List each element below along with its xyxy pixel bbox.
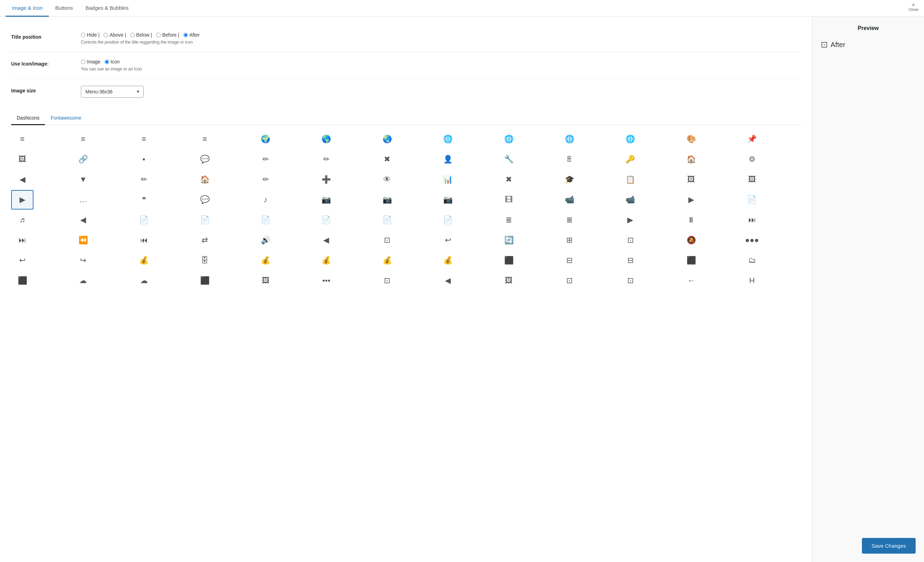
icon-cell[interactable]: 🌎 [315,129,338,149]
icon-cell[interactable]: ← [680,271,702,291]
icon-cell[interactable]: ⊡ [619,231,642,250]
radio-icon[interactable]: Icon [105,59,120,64]
icon-cell[interactable]: ≡ [133,129,155,149]
icon-cell[interactable]: ⊞ [741,291,763,297]
icon-cell[interactable]: 📊 [437,170,459,189]
icon-cell[interactable]: 🎓 [558,170,580,189]
icon-cell[interactable]: 📷 [376,190,398,210]
radio-above[interactable]: Above | [104,32,126,37]
icon-cell[interactable]: ⊠ [619,291,642,297]
radio-after[interactable]: After [183,32,200,37]
icon-cell[interactable]: ▶ [680,190,702,210]
icon-cell[interactable]: 🔧 [498,150,520,169]
icon-cell[interactable]: 🌍 [255,129,277,149]
icon-cell[interactable]: ⊞ [498,291,520,297]
icon-cell[interactable]: ⊕ [133,291,155,297]
close-button[interactable]: ✕ Close [909,3,918,12]
icon-cell[interactable]: HTML [11,291,33,297]
icon-cell[interactable]: 👁 [376,170,398,189]
icon-cell[interactable]: 🖼 [498,271,520,291]
icon-cell[interactable]: ✏ [255,150,277,169]
icon-cell[interactable]: 🔄 [498,231,520,250]
icon-cell[interactable]: ⬛ [11,271,33,291]
tab-badges-bubbles[interactable]: Badges & Bubbles [79,0,135,17]
icon-cell[interactable]: 📄 [376,210,398,230]
icon-cell[interactable]: 📄 [194,210,216,230]
tab-dashicons[interactable]: Dashicons [11,112,45,125]
icon-cell[interactable]: ❝ [133,190,155,210]
icon-cell[interactable]: 📄 [741,190,763,210]
icon-cell[interactable]: 💰 [437,251,459,270]
icon-cell[interactable]: ⏸ [680,210,702,230]
icon-cell[interactable]: ⊞ [558,231,580,250]
icon-cell[interactable]: 🌐 [619,129,642,149]
tab-buttons[interactable]: Buttons [49,0,79,17]
icon-cell[interactable]: ⊕ [194,291,216,297]
icon-cell[interactable]: ▶ [11,190,33,210]
radio-below[interactable]: Below | [130,32,152,37]
icon-cell[interactable]: [/] [437,291,459,297]
icon-cell[interactable]: 🔊 [255,231,277,250]
icon-cell[interactable]: ⏪ [72,231,94,250]
icon-cell[interactable]: ⊞ [558,291,580,297]
icon-cell[interactable]: … [72,190,94,210]
icon-cell[interactable]: ◀ [437,271,459,291]
icon-cell[interactable]: 💬 [194,190,216,210]
icon-cell[interactable]: ➕ [315,170,338,189]
icon-cell[interactable]: 💰 [255,251,277,270]
icon-cell[interactable]: ⊡ [376,231,398,250]
icon-cell[interactable]: ••• [315,271,338,291]
icon-cell[interactable]: ⊕ [255,291,277,297]
icon-cell[interactable]: ▪ [133,150,155,169]
icon-cell[interactable]: ☁ [133,271,155,291]
icon-cell[interactable]: ◀ [315,231,338,250]
icon-cell[interactable]: ▶ [619,210,642,230]
icon-cell[interactable]: 🌐 [558,129,580,149]
icon-cell[interactable]: ♬ [11,210,33,230]
icon-cell[interactable]: 👤 [437,150,459,169]
icon-cell[interactable]: 💰 [133,251,155,270]
icon-cell[interactable]: ◀ [11,170,33,189]
tab-image-icon[interactable]: Image & Icon [6,0,49,17]
icon-cell[interactable]: 🖼 [255,271,277,291]
icon-cell[interactable]: ↪ [72,251,94,270]
icon-cell[interactable]: ℹ [72,291,94,297]
icon-cell[interactable]: ≣ [558,210,580,230]
radio-hide[interactable]: Hide | [81,32,99,37]
icon-cell[interactable]: ≣ [498,210,520,230]
radio-image[interactable]: Image [81,59,100,64]
icon-cell[interactable]: ⊞ [680,291,702,297]
icon-cell[interactable]: 🏠 [680,150,702,169]
radio-above-input[interactable] [104,33,108,37]
icon-cell[interactable]: 📹 [558,190,580,210]
icon-cell[interactable]: ⚙ [741,150,763,169]
icon-cell[interactable]: 🖼 [741,170,763,189]
icon-cell[interactable]: ◀ [72,210,94,230]
icon-cell[interactable]: ▼ [72,170,94,189]
icon-cell[interactable]: 🏠 [194,170,216,189]
icon-cell[interactable]: ↩ [11,251,33,270]
image-size-select[interactable]: Menu-36x36 Menu-24x24 Menu-48x48 Custom [81,86,144,97]
icon-cell[interactable]: ✖ [376,150,398,169]
icon-cell[interactable]: ⊖ [315,291,338,297]
icon-cell[interactable]: 🌏 [376,129,398,149]
icon-cell[interactable]: ⊡ [376,271,398,291]
icon-cell[interactable]: ⊡ [558,271,580,291]
icon-cell[interactable]: 🎚 [558,150,580,169]
icon-cell[interactable]: 📄 [255,210,277,230]
icon-cell[interactable]: ⬛ [194,271,216,291]
icon-cell[interactable]: ⇄ [194,231,216,250]
save-changes-button[interactable]: Save Changes [862,538,916,554]
icon-cell[interactable]: 🗄 [194,251,216,270]
icon-cell[interactable]: 📄 [315,210,338,230]
icon-cell[interactable]: 🔑 [619,150,642,169]
icon-cell[interactable]: ♪ [255,190,277,210]
icon-cell[interactable]: ⊡ [619,271,642,291]
tab-fontawesome[interactable]: Fontawesome [45,112,87,125]
icon-cell[interactable]: ●●● [741,231,763,250]
icon-cell[interactable]: 🗂 [741,251,763,270]
radio-after-input[interactable] [183,33,188,37]
icon-cell[interactable]: ↩ [437,231,459,250]
icon-cell[interactable]: 🖼 [11,150,33,169]
icon-cell[interactable]: ✏ [133,170,155,189]
